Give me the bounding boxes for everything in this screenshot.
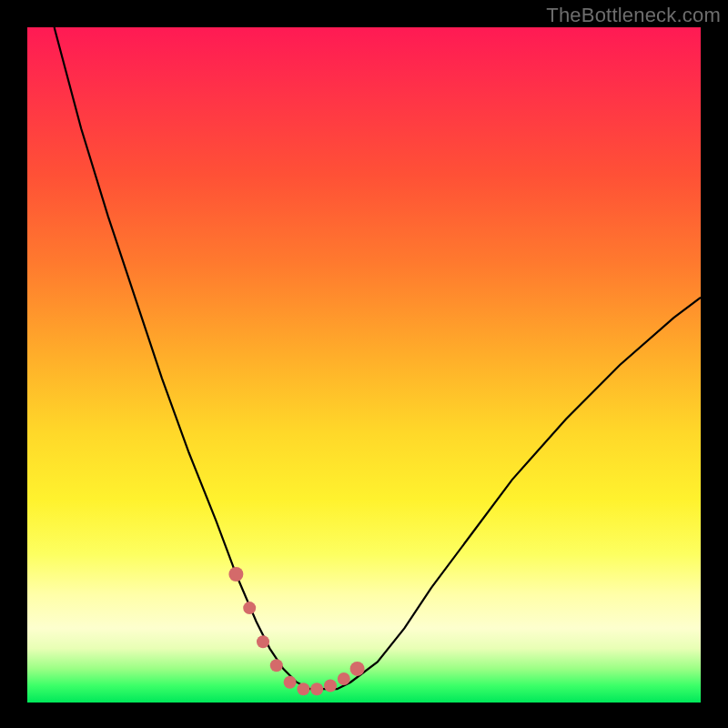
marker-point — [310, 682, 323, 695]
marker-point — [243, 602, 256, 614]
marker-point — [228, 567, 243, 581]
watermark-label: TheBottleneck.com — [546, 4, 721, 27]
plot-svg — [27, 27, 701, 703]
marker-point — [338, 672, 350, 685]
marker-point — [257, 635, 269, 648]
bottleneck-curve — [55, 27, 701, 689]
marker-point — [284, 676, 297, 689]
marker-point — [324, 680, 337, 693]
marker-point — [297, 682, 309, 695]
marker-point — [270, 659, 283, 672]
marker-group — [228, 567, 364, 695]
outer-frame: TheBottleneck.com — [0, 0, 728, 728]
plot-area — [27, 27, 701, 703]
marker-point — [350, 662, 365, 676]
